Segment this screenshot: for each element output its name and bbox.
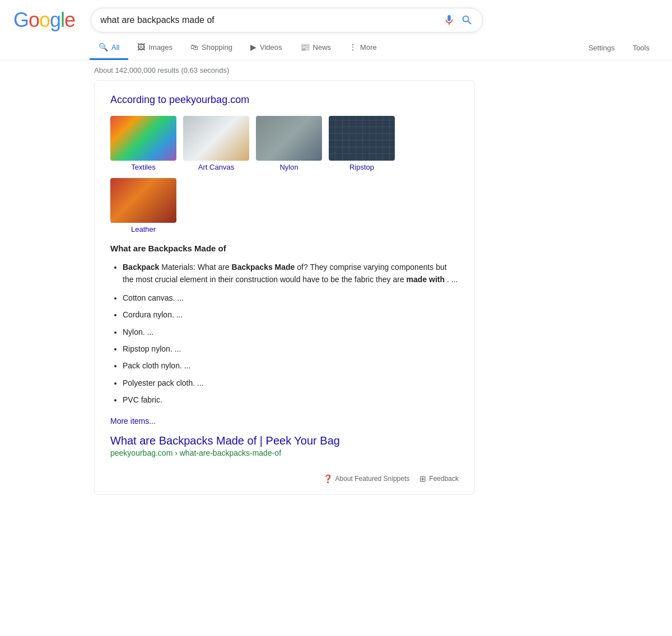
microphone-icon[interactable] [443, 14, 455, 26]
snippet-heading: What are Backpacks Made of [110, 244, 459, 253]
tab-videos-label: Videos [260, 43, 282, 52]
image-item-leather[interactable]: Leather [110, 178, 176, 233]
tab-news[interactable]: 📰 News [291, 36, 340, 60]
image-item-artcanvas[interactable]: Art Canvas [183, 116, 249, 171]
search-input[interactable] [100, 15, 438, 25]
list-item-packcloth: Pack cloth nylon. ... [123, 359, 459, 372]
videos-icon: ▶ [250, 43, 256, 52]
bold-backpacks-made: Backpacks Made [232, 263, 295, 272]
nav-right: Settings Tools [580, 37, 659, 59]
image-textiles [110, 116, 176, 161]
list-item-first: Backpack Materials: What are Backpacks M… [123, 261, 459, 286]
tab-videos[interactable]: ▶ Videos [241, 36, 291, 60]
shopping-icon: 🛍 [190, 43, 198, 52]
settings-link[interactable]: Settings [580, 37, 624, 59]
search-button-icon[interactable] [461, 14, 473, 26]
logo-letter-o1: o [29, 8, 39, 31]
tab-more-label: More [360, 43, 377, 52]
tab-images-label: Images [148, 43, 172, 52]
image-item-textiles[interactable]: Textiles [110, 116, 176, 171]
image-label-artcanvas: Art Canvas [198, 163, 234, 171]
image-item-nylon[interactable]: Nylon [256, 116, 322, 171]
list-item-pvc: PVC fabric. [123, 394, 459, 406]
tab-images[interactable]: 🖼 Images [128, 36, 181, 60]
image-row: Textiles Art Canvas Nylon Ripstop Leathe… [110, 116, 459, 233]
list-item-cordura: Cordura nylon. ... [123, 308, 459, 321]
text-ellipsis: . ... [447, 275, 458, 284]
result-title-link[interactable]: What are Backpacks Made of | Peek Your B… [110, 434, 459, 447]
about-featured-snippets-label: About Featured Snippets [335, 475, 410, 483]
image-nylon [256, 116, 322, 161]
search-icons [443, 14, 473, 26]
image-item-ripstop[interactable]: Ripstop [329, 116, 395, 171]
bold-made-with: made with [407, 275, 445, 284]
feedback-icon: ⊞ [419, 474, 426, 483]
tab-news-label: News [313, 43, 332, 52]
logo-letter-g2: g [50, 8, 60, 31]
logo-letter-o2: o [39, 8, 50, 31]
help-icon: ❓ [323, 474, 333, 483]
snippet-list: Backpack Materials: What are Backpacks M… [110, 261, 459, 406]
nav-tabs: 🔍 All 🖼 Images 🛍 Shopping ▶ Videos 📰 New… [0, 36, 672, 60]
tools-link[interactable]: Tools [624, 37, 659, 59]
card-footer: ❓ About Featured Snippets ⊞ Feedback [110, 467, 459, 483]
feedback-label: Feedback [429, 475, 459, 483]
tab-more[interactable]: ⋮ More [340, 36, 386, 60]
tab-all[interactable]: 🔍 All [90, 36, 128, 60]
tab-all-label: All [111, 43, 119, 52]
search-bar-wrapper [91, 8, 483, 32]
image-ripstop [329, 116, 395, 161]
list-item-cotton: Cotton canvas. ... [123, 292, 459, 304]
about-featured-snippets-link[interactable]: ❓ About Featured Snippets [323, 474, 410, 483]
image-leather [110, 178, 176, 223]
bold-backpack: Backpack [123, 263, 159, 272]
google-logo[interactable]: Google [13, 10, 75, 30]
result-url: peekyourbag.com › what-are-backpacks-mad… [110, 448, 459, 457]
list-item-nylon: Nylon. ... [123, 326, 459, 338]
image-label-nylon: Nylon [279, 163, 298, 171]
feedback-link[interactable]: ⊞ Feedback [419, 474, 459, 483]
news-icon: 📰 [300, 43, 310, 52]
image-label-leather: Leather [131, 225, 156, 233]
images-icon: 🖼 [137, 43, 145, 52]
tab-shopping[interactable]: 🛍 Shopping [181, 36, 241, 60]
text-materials: Materials: What are [161, 263, 231, 272]
all-icon: 🔍 [99, 43, 108, 52]
list-item-polyester: Polyester pack cloth. ... [123, 377, 459, 389]
logo-letter-g: G [13, 8, 29, 31]
search-bar [91, 8, 483, 32]
more-items-link[interactable]: More items... [110, 417, 156, 425]
more-icon: ⋮ [349, 43, 357, 52]
image-label-ripstop: Ripstop [349, 163, 374, 171]
logo-letter-e: e [64, 8, 75, 31]
image-artcanvas [183, 116, 249, 161]
image-label-textiles: Textiles [131, 163, 155, 171]
main-content: According to peekyourbag.com Textiles Ar… [0, 80, 672, 495]
list-item-ripstop: Ripstop nylon. ... [123, 343, 459, 355]
according-to-link[interactable]: According to peekyourbag.com [110, 94, 459, 106]
featured-snippet-card: According to peekyourbag.com Textiles Ar… [94, 80, 475, 495]
tab-shopping-label: Shopping [202, 43, 232, 52]
results-info: About 142,000,000 results (0.63 seconds) [0, 60, 672, 80]
header: Google [0, 0, 672, 32]
